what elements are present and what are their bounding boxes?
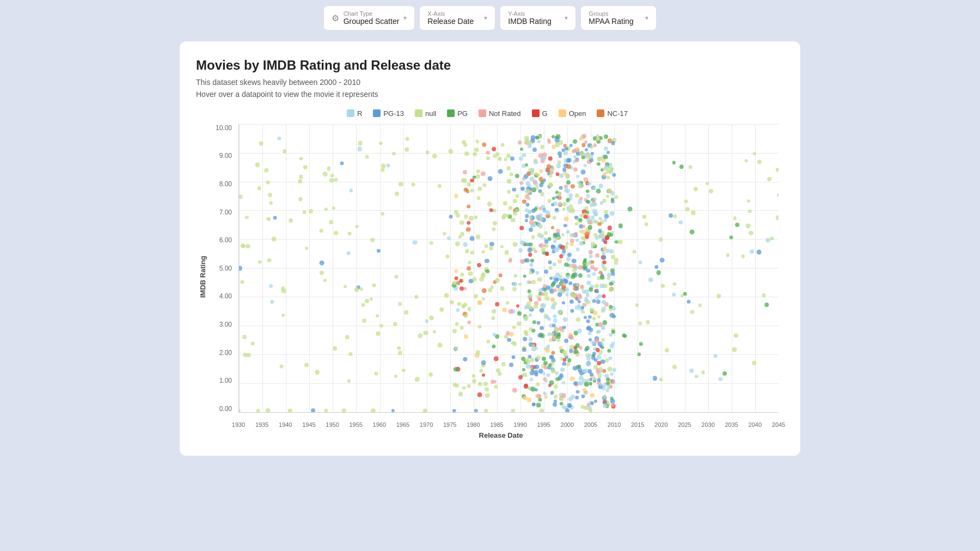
scatter-dot[interactable] [464, 215, 468, 219]
scatter-dot[interactable] [492, 309, 496, 314]
scatter-dot[interactable] [491, 379, 495, 384]
scatter-dot[interactable] [432, 154, 437, 159]
scatter-dot[interactable] [564, 216, 568, 221]
scatter-dot[interactable] [575, 238, 579, 242]
scatter-dot[interactable] [590, 401, 594, 405]
scatter-dot[interactable] [398, 302, 402, 305]
scatter-dot[interactable] [255, 163, 259, 167]
scatter-dot[interactable] [379, 324, 383, 327]
scatter-dot[interactable] [570, 309, 574, 313]
scatter-dot[interactable] [460, 286, 464, 291]
scatter-dot[interactable] [430, 241, 433, 244]
scatter-dot[interactable] [518, 375, 523, 379]
scatter-dot[interactable] [552, 323, 556, 327]
scatter-dot[interactable] [592, 317, 596, 321]
scatter-dot[interactable] [586, 194, 590, 198]
scatter-dot[interactable] [463, 242, 468, 247]
scatter-dot[interactable] [460, 221, 464, 225]
scatter-dot[interactable] [445, 255, 449, 259]
scatter-dot[interactable] [584, 297, 588, 301]
scatter-dot[interactable] [595, 236, 599, 240]
scatter-dot[interactable] [394, 275, 398, 279]
scatter-dot[interactable] [508, 309, 513, 314]
scatter-dot[interactable] [532, 320, 536, 323]
scatter-dot[interactable] [454, 347, 458, 351]
scatter-dot[interactable] [289, 218, 293, 223]
scatter-dot[interactable] [509, 206, 512, 210]
scatter-dot[interactable] [399, 182, 403, 186]
scatter-dot[interactable] [354, 287, 359, 292]
scatter-dot[interactable] [358, 141, 363, 146]
scatter-dot[interactable] [571, 184, 575, 188]
scatter-dot[interactable] [467, 205, 471, 209]
scatter-dot[interactable] [551, 167, 554, 170]
scatter-dot[interactable] [466, 227, 471, 232]
scatter-dot[interactable] [429, 316, 434, 321]
scatter-dot[interactable] [472, 379, 476, 383]
scatter-dot[interactable] [530, 358, 535, 362]
scatter-dot[interactable] [690, 310, 694, 314]
scatter-dot[interactable] [507, 338, 511, 342]
scatter-dot[interactable] [609, 333, 612, 337]
scatter-dot[interactable] [510, 156, 514, 161]
scatter-dot[interactable] [695, 375, 699, 378]
scatter-dot[interactable] [545, 244, 549, 248]
scatter-dot[interactable] [569, 144, 573, 147]
scatter-dot[interactable] [586, 189, 590, 193]
scatter-dot[interactable] [524, 331, 528, 335]
scatter-dot[interactable] [467, 221, 470, 224]
scatter-dot[interactable] [585, 262, 589, 266]
scatter-dot[interactable] [525, 258, 530, 263]
scatter-dot[interactable] [607, 349, 611, 353]
scatter-dot[interactable] [483, 183, 487, 187]
scatter-dot[interactable] [387, 163, 390, 167]
scatter-dot[interactable] [549, 338, 553, 342]
scatter-dot[interactable] [371, 238, 375, 242]
scatter-dot[interactable] [685, 207, 690, 212]
scatter-dot[interactable] [603, 218, 607, 222]
scatter-dot[interactable] [530, 169, 534, 173]
scatter-dot[interactable] [524, 138, 529, 143]
scatter-dot[interactable] [607, 176, 610, 180]
scatter-dot[interactable] [534, 160, 538, 164]
scatter-dot[interactable] [511, 218, 515, 222]
scatter-dot[interactable] [272, 236, 277, 241]
scatter-dot[interactable] [612, 173, 616, 177]
scatter-dot[interactable] [584, 369, 588, 373]
scatter-dot[interactable] [570, 243, 574, 247]
scatter-dot[interactable] [524, 194, 529, 199]
scatter-dot[interactable] [733, 217, 737, 221]
scatter-dot[interactable] [522, 177, 526, 181]
scatter-dot[interactable] [455, 269, 458, 273]
scatter-dot[interactable] [654, 265, 659, 270]
scatter-dot[interactable] [405, 310, 409, 315]
scatter-dot[interactable] [595, 253, 599, 258]
scatter-dot[interactable] [515, 194, 519, 198]
scatter-dot[interactable] [469, 236, 474, 241]
scatter-dot[interactable] [562, 202, 567, 206]
scatter-dot[interactable] [454, 277, 458, 280]
x-axis-button[interactable]: X-Axis Release Date ▾ [419, 5, 495, 30]
scatter-dot[interactable] [618, 240, 623, 244]
scatter-dot[interactable] [481, 172, 485, 176]
scatter-dot[interactable] [645, 222, 648, 226]
scatter-dot[interactable] [269, 284, 273, 289]
scatter-dot[interactable] [423, 330, 428, 335]
scatter-dot[interactable] [584, 382, 589, 387]
scatter-dot[interactable] [661, 284, 665, 287]
scatter-dot[interactable] [357, 146, 362, 151]
scatter-dot[interactable] [471, 375, 475, 378]
scatter-dot[interactable] [516, 304, 519, 308]
scatter-dot[interactable] [536, 394, 541, 399]
scatter-dot[interactable] [597, 361, 601, 365]
scatter-dot[interactable] [531, 280, 536, 284]
scatter-dot[interactable] [672, 365, 677, 369]
scatter-dot[interactable] [517, 321, 522, 326]
scatter-dot[interactable] [531, 387, 536, 391]
scatter-dot[interactable] [553, 289, 556, 292]
scatter-dot[interactable] [553, 402, 557, 407]
scatter-dot[interactable] [548, 156, 553, 161]
scatter-dot[interactable] [539, 169, 543, 173]
scatter-dot[interactable] [256, 409, 260, 413]
scatter-dot[interactable] [539, 243, 544, 248]
